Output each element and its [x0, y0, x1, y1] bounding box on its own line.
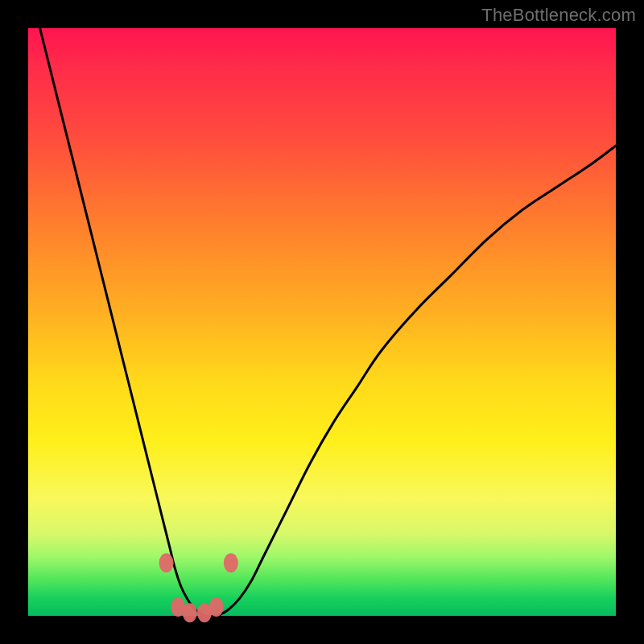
bottleneck-curve	[28, 0, 616, 617]
bottleneck-curve-svg	[28, 28, 616, 616]
curve-marker	[159, 553, 174, 572]
curve-marker	[209, 597, 224, 617]
watermark-text: TheBottleneck.com	[481, 5, 636, 26]
curve-marker	[183, 603, 197, 622]
chart-plot-area	[28, 28, 616, 616]
chart-frame: TheBottleneck.com	[0, 0, 644, 644]
curve-marker	[224, 553, 238, 572]
